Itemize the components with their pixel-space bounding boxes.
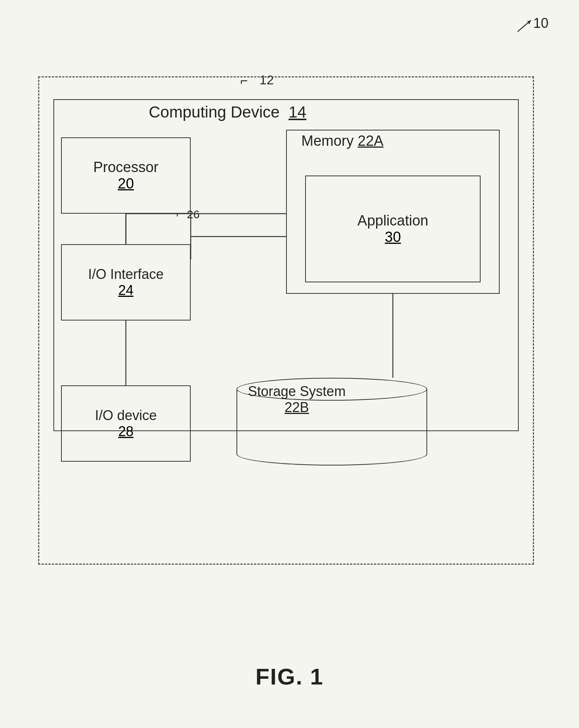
processor-box: Processor 20	[61, 137, 191, 214]
page: 10 ⌐ 12 Computing Device 14 Processor 20…	[0, 0, 579, 728]
memory-label: Memory 22A	[301, 133, 383, 149]
io-interface-box: I/O Interface 24	[61, 244, 191, 321]
computing-device-ref: 14	[289, 103, 307, 121]
io-device-ref: 28	[118, 424, 133, 440]
storage-ref: 22B	[285, 399, 309, 415]
processor-label: Processor	[93, 159, 158, 176]
io-device-box: I/O device 28	[61, 385, 191, 462]
ref-26-bracket-icon: ⌐	[176, 207, 183, 220]
io-interface-label: I/O Interface	[88, 266, 164, 282]
io-interface-ref: 24	[118, 282, 133, 298]
io-device-label: I/O device	[95, 407, 157, 424]
ref-26-label: 26	[187, 208, 199, 221]
svg-marker-1	[527, 20, 531, 24]
storage-label: Storage System 22B	[248, 383, 346, 416]
figure-label: FIG. 1	[256, 664, 324, 690]
ref-10-label: 10	[533, 15, 548, 31]
ref-10-arrow-icon	[516, 18, 535, 34]
application-box: Application 30	[305, 176, 481, 282]
processor-ref: 20	[118, 176, 134, 192]
application-label: Application	[357, 213, 428, 229]
memory-ref: 22A	[358, 133, 384, 149]
computing-device-label: Computing Device 14	[149, 103, 306, 121]
application-ref: 30	[385, 229, 401, 245]
